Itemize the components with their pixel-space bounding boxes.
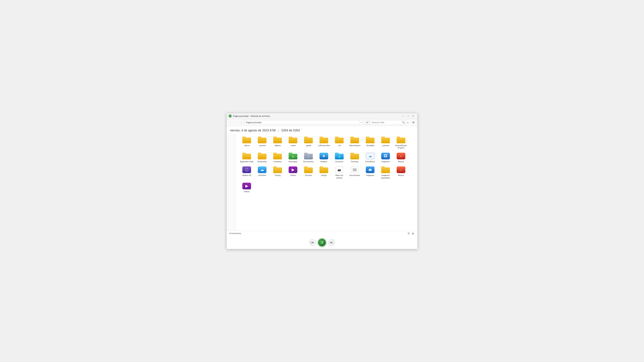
date-separator: | xyxy=(278,129,279,132)
file-imagenes2[interactable]: 🏔 Imágenes xyxy=(362,165,378,180)
folder-dropbox[interactable]: ❖ Dropbox xyxy=(316,151,332,164)
folder-appdata[interactable]: Application Data xyxy=(239,151,254,164)
folder-busquedas[interactable]: Búsquedas xyxy=(254,151,270,164)
folder-cache[interactable]: .cache xyxy=(286,135,300,150)
content-area: .afirma .android .BigNox .cache .gradle xyxy=(236,134,418,231)
address-input[interactable] xyxy=(244,121,359,124)
folder-tracing[interactable]: Tracing xyxy=(270,165,285,180)
minimize-button[interactable]: — xyxy=(401,114,405,118)
folder-icloud[interactable]: ☁ iCloudDrive xyxy=(362,151,378,164)
folder-imagenes1[interactable]: 🖼 Imágenes xyxy=(378,151,393,164)
folder-androidstudio[interactable]: AndroidStudio Projects xyxy=(394,135,408,150)
settings-button[interactable]: ⚙ xyxy=(411,120,416,125)
app-icon xyxy=(228,114,232,117)
home-button[interactable]: ⌂ xyxy=(405,120,410,125)
search-input[interactable] xyxy=(371,121,402,124)
folder-m2[interactable]: .m2 xyxy=(332,135,347,150)
folder-objetos3d[interactable]: ⬡ Objetos 3D xyxy=(239,165,254,180)
folder-afirma[interactable]: .afirma xyxy=(239,135,254,150)
list-view-button[interactable]: ☰ xyxy=(407,232,410,235)
folder-bignox[interactable]: .BigNox xyxy=(270,135,285,150)
main-window: Página principal - Historial de archivos… xyxy=(226,113,418,249)
main-area: .afirma .android .BigNox .cache .gradle xyxy=(226,134,418,231)
folder-gradle[interactable]: .gradle xyxy=(301,135,316,150)
folder-ld9virtual[interactable]: .Ld9Virtual Box xyxy=(316,135,332,150)
file-grid: .afirma .android .BigNox .cache .gradle xyxy=(239,135,414,194)
address-bar: ▾ xyxy=(244,120,364,125)
window-controls: — □ ✕ xyxy=(401,114,416,118)
play-button[interactable]: ↺ xyxy=(318,238,326,247)
date-bar: viernes, 4 de agosto de 2023 8:58 | 5354… xyxy=(226,126,418,134)
maximize-button[interactable]: □ xyxy=(406,114,410,118)
bottom-controls: ⏮ ↺ ⏭ xyxy=(226,236,418,249)
up-button[interactable]: ↑ xyxy=(239,120,243,125)
folder-vmlogs[interactable]: vmlogs xyxy=(316,165,332,180)
forward-button[interactable]: → xyxy=(234,120,238,125)
toolbar: ← → ↑ ▾ ⟳ 🔍 ⌂ ⚙ xyxy=(226,119,418,126)
file-albumcamara[interactable]: 📷 Álbum de cámara xyxy=(332,165,347,180)
window-title: Página principal - Historial de archivos xyxy=(233,115,401,117)
folder-onedrive[interactable]: ☁ OneDrive xyxy=(254,165,270,180)
folder-yawcam[interactable]: .yawcam xyxy=(378,135,393,150)
search-bar: 🔍 xyxy=(371,120,404,125)
folder-videos1[interactable]: ▶ Vídeos xyxy=(286,165,300,180)
next-button[interactable]: ⏭ xyxy=(328,239,335,246)
file-musica2[interactable]: ♪ Música xyxy=(394,165,408,180)
folder-imagenesguardadas[interactable]: Imágenes guardadas xyxy=(378,165,393,180)
prev-button[interactable]: ⏮ xyxy=(309,239,316,246)
folder-android[interactable]: .android xyxy=(254,135,270,150)
refresh-button[interactable]: ⟳ xyxy=(365,120,370,125)
folder-descargas[interactable]: ⬇ Descargas xyxy=(286,151,300,164)
address-dropdown-button[interactable]: ▾ xyxy=(359,120,363,125)
folder-favoritos[interactable]: Favoritos xyxy=(347,151,362,164)
folder-contactos[interactable]: Contactos xyxy=(270,151,285,164)
search-button[interactable]: 🔍 xyxy=(402,120,405,125)
view-icons: ☰ ⊞ xyxy=(407,232,415,235)
folder-virtualbox[interactable]: .VirtualBox xyxy=(362,135,378,150)
status-items: 34 elementos xyxy=(229,232,241,235)
folder-memuhyperv[interactable]: .MemuHyperv xyxy=(347,135,362,150)
close-button[interactable]: ✕ xyxy=(411,114,416,118)
status-bar: 34 elementos ☰ ⊞ xyxy=(226,231,418,236)
sidebar xyxy=(226,134,236,231)
date-text: viernes, 4 de agosto de 2023 8:58 xyxy=(230,129,276,132)
folder-vinculos[interactable]: Vínculos xyxy=(301,165,316,180)
back-button[interactable]: ← xyxy=(228,120,232,125)
file-documentos2[interactable]: Documentos xyxy=(347,165,362,180)
folder-videos2[interactable]: ▶ Vídeos xyxy=(239,181,254,194)
folder-musica1[interactable]: ♪ Música xyxy=(394,151,408,164)
folder-escritorio[interactable]: 🖥 Escritorio xyxy=(332,151,347,164)
title-bar: Página principal - Historial de archivos… xyxy=(226,113,418,119)
folder-documentos[interactable]: ≡ Documentos xyxy=(301,151,316,164)
grid-view-button[interactable]: ⊞ xyxy=(411,232,415,235)
file-count: 5354 de 5354 xyxy=(282,129,300,132)
